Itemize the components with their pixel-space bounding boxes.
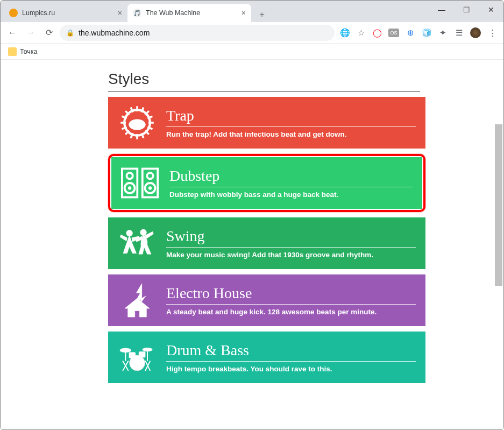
style-name: Electro House: [166, 285, 416, 302]
speakers-icon: [121, 164, 160, 202]
style-text: TrapRun the trap! Add that infectious be…: [166, 107, 416, 138]
svg-point-21: [128, 187, 131, 190]
tab-title: The Wub Machine: [146, 9, 237, 17]
globe-icon[interactable]: ⊕: [406, 28, 415, 38]
page-viewport: Styles TrapRun the trap! Add that infect…: [1, 60, 503, 429]
url-text: the.wubmachine.com: [79, 29, 150, 37]
menu-icon[interactable]: ⋮: [487, 28, 497, 38]
title-divider: [108, 91, 420, 91]
divider: [166, 126, 416, 127]
drumkit-icon: [118, 338, 157, 377]
tab-wubmachine[interactable]: 🎵 The Wub Machine ×: [127, 4, 251, 22]
style-card-swing[interactable]: SwingMake your music swing! Add that 193…: [108, 217, 425, 269]
tabstrip: Lumpics.ru × 🎵 The Wub Machine × ＋: [4, 4, 269, 22]
style-card-dubstep[interactable]: DubstepDubstep with wobbly bass and a hu…: [111, 157, 422, 209]
style-card-drum-bass[interactable]: Drum & BassHigh tempo breakbeats. You sh…: [108, 332, 425, 383]
style-description: High tempo breakbeats. You should rave t…: [166, 365, 416, 373]
bookmark-item[interactable]: Точка: [20, 48, 38, 55]
svg-point-23: [147, 173, 153, 179]
svg-rect-35: [139, 352, 145, 357]
star-icon[interactable]: ☆: [356, 28, 366, 38]
browser-window: Lumpics.ru × 🎵 The Wub Machine × ＋ ― ☐ ✕…: [0, 0, 504, 430]
toolbar: ← → ⟳ 🔒 the.wubmachine.com 🌐 ☆ ◯ OS ⊕ 🧊 …: [1, 22, 503, 44]
cube-icon[interactable]: 🧊: [422, 28, 431, 38]
close-icon[interactable]: ×: [118, 9, 122, 17]
style-text: SwingMake your music swing! Add that 193…: [166, 228, 416, 259]
highlight-frame: DubstepDubstep with wobbly bass and a hu…: [108, 154, 425, 212]
new-tab-button[interactable]: ＋: [254, 7, 269, 22]
page-content: Styles TrapRun the trap! Add that infect…: [1, 60, 503, 386]
close-button[interactable]: ✕: [479, 1, 503, 19]
svg-point-27: [140, 229, 147, 236]
favicon-icon: [9, 9, 18, 17]
divider: [166, 247, 416, 248]
styles-list: TrapRun the trap! Add that infectious be…: [108, 97, 425, 383]
lock-icon: 🔒: [66, 29, 74, 37]
reload-button[interactable]: ⟳: [41, 25, 56, 40]
window-controls: ― ☐ ✕: [429, 1, 503, 19]
svg-line-3: [145, 131, 149, 135]
maximize-button[interactable]: ☐: [454, 1, 479, 19]
svg-line-11: [125, 111, 129, 115]
style-card-trap[interactable]: TrapRun the trap! Add that infectious be…: [108, 97, 425, 149]
puzzle-icon[interactable]: ✦: [438, 28, 448, 38]
style-card-electro-house[interactable]: Electro HouseA steady beat and huge kick…: [108, 274, 425, 326]
house-icon: [118, 281, 157, 320]
svg-line-7: [125, 131, 129, 135]
opera-icon[interactable]: ◯: [372, 28, 382, 38]
style-text: Electro HouseA steady beat and huge kick…: [166, 285, 416, 316]
tab-title: Lumpics.ru: [22, 9, 113, 17]
style-description: Dubstep with wobbly bass and a huge back…: [169, 191, 413, 199]
trap-icon: [118, 103, 157, 142]
style-description: Make your music swing! Add that 1930s gr…: [166, 251, 416, 259]
svg-point-19: [126, 173, 132, 179]
ext-box-icon[interactable]: OS: [388, 29, 399, 37]
style-description: A steady beat and huge kick. 128 awesome…: [166, 308, 416, 316]
divider: [169, 187, 413, 187]
titlebar: Lumpics.ru × 🎵 The Wub Machine × ＋ ― ☐ ✕: [1, 1, 503, 22]
style-name: Trap: [166, 107, 416, 124]
divider: [166, 361, 416, 362]
bookmarks-bar: Точка: [1, 44, 503, 60]
style-name: Swing: [166, 228, 416, 245]
style-text: Drum & BassHigh tempo breakbeats. You sh…: [166, 342, 416, 373]
style-text: DubstepDubstep with wobbly bass and a hu…: [169, 167, 413, 199]
translate-icon[interactable]: 🌐: [340, 28, 350, 38]
style-description: Run the trap! Add that infectious beat a…: [166, 130, 416, 138]
folder-icon: [8, 47, 17, 56]
extensions-group: 🌐 ☆ ◯ OS ⊕ 🧊 ✦ ☰ ⋮: [338, 27, 499, 38]
address-bar[interactable]: 🔒 the.wubmachine.com: [60, 25, 335, 41]
avatar-icon[interactable]: [470, 27, 481, 38]
style-name: Drum & Bass: [166, 342, 416, 359]
back-button[interactable]: ←: [5, 25, 20, 40]
divider: [166, 304, 416, 305]
svg-point-17: [129, 119, 146, 130]
style-name: Dubstep: [169, 167, 413, 185]
close-icon[interactable]: ×: [242, 9, 246, 17]
svg-point-25: [148, 187, 152, 190]
scrollbar[interactable]: [495, 124, 502, 286]
svg-line-15: [145, 111, 149, 115]
dancers-icon: [118, 224, 157, 263]
svg-rect-34: [129, 353, 136, 358]
forward-button[interactable]: →: [23, 25, 38, 40]
favicon-icon: 🎵: [133, 9, 141, 17]
section-title: Styles: [108, 71, 503, 88]
reading-list-icon[interactable]: ☰: [454, 28, 464, 38]
minimize-button[interactable]: ―: [429, 1, 454, 19]
tab-lumpics[interactable]: Lumpics.ru ×: [4, 4, 127, 22]
